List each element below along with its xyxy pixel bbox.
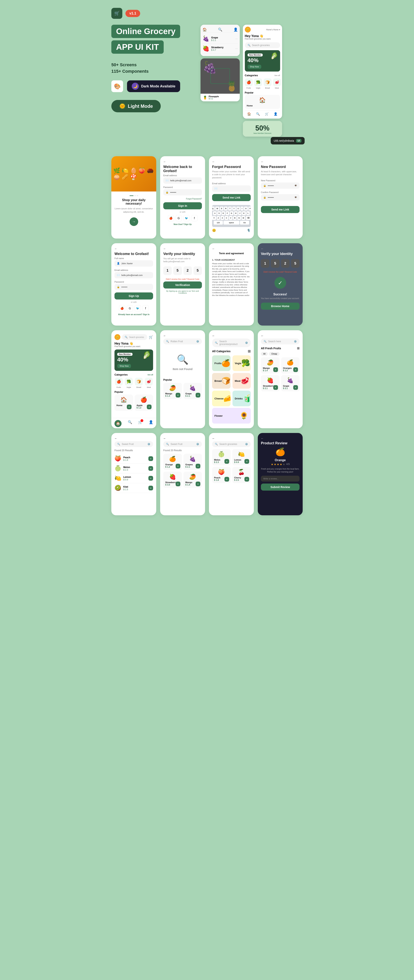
review-input[interactable]: Write a review... [261,476,299,482]
search-bar-home[interactable]: 🔍Search groceries [245,42,280,48]
nav-profile-item[interactable]: 👤 [149,420,153,427]
cat-card-vegie[interactable]: Vegie 🥦 [232,355,251,371]
add-fresh-strawberry-btn[interactable]: + [273,385,278,390]
found-1-search[interactable]: 🔍 Sweet Fruit ⚙️ [115,441,153,447]
grofast-twitter-btn[interactable]: 🐦 [135,305,141,312]
otp-3[interactable]: 2 [183,266,192,275]
key-d[interactable]: D [221,211,225,215]
google-btn[interactable]: G [176,215,182,221]
key-h[interactable]: H [234,211,238,215]
key-i[interactable]: I [240,207,244,210]
see-all[interactable]: See all [274,75,280,76]
forgot-link[interactable]: Forgot Password? [163,198,202,200]
key-a[interactable]: A [213,211,217,215]
grofast-email-input[interactable]: ✉️ hello.john@email.com [115,272,153,278]
key-c[interactable]: C [225,216,228,220]
otp-1[interactable]: 1 [163,266,172,275]
more-search[interactable]: 🔍 Search groceries ⚙️ [212,441,251,447]
nav-home[interactable]: 🏠 [247,112,251,116]
submit-review-btn[interactable]: Submit Review [261,484,299,491]
signin-btn[interactable]: Sign In [163,202,202,209]
key-z[interactable]: Z [217,216,220,220]
key-l[interactable]: L [247,211,250,215]
key-s[interactable]: S [217,211,221,215]
add-strawberry-btn[interactable]: + [176,482,180,486]
home-full-cat-3[interactable]: 🍞 Bread [135,378,143,388]
key-y[interactable]: Y [232,207,236,210]
key-p[interactable]: P [248,207,252,210]
twitter-btn[interactable]: 🐦 [183,215,190,221]
add-fresh-oranges-btn[interactable]: + [293,367,298,372]
key-f[interactable]: F [226,211,229,215]
grofast-apple-btn[interactable]: 🍎 [119,305,125,312]
home-full-cat-4[interactable]: 🥩 Meat [145,378,153,388]
verify-btn[interactable]: Verification [163,282,202,288]
all-cats-search[interactable]: 🔍 Search groceries/product ⚙️ [212,339,251,347]
nav-cart-item[interactable]: 🛒 2 [138,420,143,427]
add-kiwi-btn[interactable]: + [148,486,153,490]
key-q[interactable]: Q [211,207,215,210]
cat-vegie[interactable]: 🥦 Vegte [254,78,262,89]
key-123[interactable]: 123 [214,221,223,224]
add-lemon-btn[interactable]: + [148,476,153,480]
add-mango-btn[interactable]: + [176,393,180,398]
add-melon-btn[interactable]: + [148,466,153,471]
grofast-google-btn[interactable]: G [127,305,133,312]
cat-card-cheese[interactable]: Cheese 🧀 [212,391,231,406]
add-grape-btn[interactable]: + [196,393,200,398]
key-e[interactable]: E [220,207,223,210]
filter-cheap[interactable]: Cheap [269,352,279,356]
nav-profile[interactable]: 👤 [274,112,277,116]
key-w[interactable]: W [215,207,219,210]
success-otp-4[interactable]: 5 [291,259,299,268]
key-u[interactable]: U [236,207,240,210]
success-otp-3[interactable]: 2 [281,259,290,268]
apple-btn[interactable]: 🍎 [168,215,174,221]
home-search[interactable]: 🔍Search groceries [122,334,147,340]
add-home-btn[interactable]: + [127,404,132,409]
key-shift[interactable]: ⇧ [212,216,216,220]
cat-card-sunflower[interactable]: Flower 🌻 [212,408,251,423]
key-space[interactable]: space [223,221,240,224]
cat-card-bread[interactable]: Bread 🍞 [212,373,231,389]
home-full-shop-btn[interactable]: Shop Now [117,364,131,368]
grofast-facebook-btn[interactable]: f [143,305,149,312]
key-del[interactable]: ⌫ [246,216,251,220]
home-cart-icon[interactable]: 🛒 [149,335,153,339]
key-n[interactable]: N [237,216,241,220]
filter-all[interactable]: All [261,352,268,356]
home-full-cat-2[interactable]: 🥦 Vegte [124,378,133,388]
confirm-pass-input[interactable]: 🔒 •••••••• 👁️ [261,194,299,200]
success-resend-btn[interactable]: Resend Code [285,271,297,273]
key-g[interactable]: G [230,211,234,215]
cat-fruits[interactable]: 🍎 Fruits [245,78,253,89]
nav-cart[interactable]: 🛒 [265,112,269,116]
key-m[interactable]: M [242,216,245,220]
key-v[interactable]: V [229,216,232,220]
home-full-cat-1[interactable]: 🍎 Fruits [115,378,123,388]
add-fresh-grape-btn[interactable]: + [293,385,298,390]
add-peach2-btn[interactable]: + [225,477,229,482]
key-b[interactable]: B [233,216,237,220]
next-arrow-btn[interactable]: → [130,217,138,226]
add-peach-btn[interactable]: + [148,456,153,461]
facebook-btn[interactable]: f [191,215,197,221]
nav-search-item[interactable]: 🔍 [128,420,132,427]
add-cherry-btn[interactable]: + [244,477,249,482]
password-input[interactable]: 🔒 •••••••• [163,189,202,196]
signin-link[interactable]: Sign In [143,313,150,315]
add-lemon2-btn[interactable]: + [244,459,249,464]
full-name-input[interactable]: 👤 John Xavier [115,260,153,267]
add-melon2-btn[interactable]: + [225,459,229,464]
forgot-email-input[interactable]: ✉️ [212,185,251,192]
resend-link-btn[interactable]: Resend Code [187,278,199,280]
email-input[interactable]: ✉️ hello.john@email.com [163,177,202,184]
otp-2[interactable]: 5 [173,266,182,275]
new-pass-input[interactable]: 🔒 •••••••• 👁️ [261,183,299,189]
cat-card-meat[interactable]: Meat 🥩 [232,373,251,389]
signup-link[interactable]: Sign Up [184,223,192,225]
key-k[interactable]: K [242,211,246,215]
add-orange-btn[interactable]: + [176,464,180,468]
success-otp-2[interactable]: 5 [271,259,279,268]
add-fresh-mango-btn[interactable]: + [273,367,278,372]
